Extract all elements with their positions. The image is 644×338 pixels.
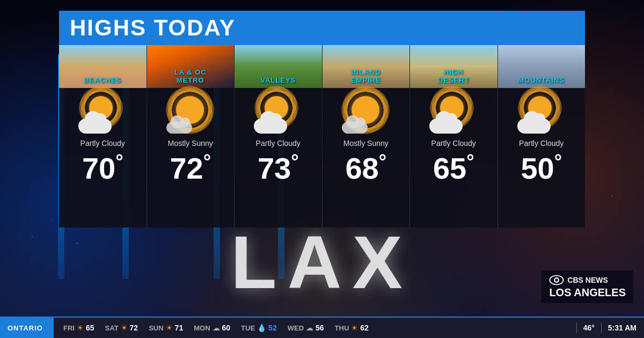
cloud-body-valleys xyxy=(254,119,287,134)
temp-unit-valleys: ° xyxy=(291,150,298,172)
cloud-icon-mountains xyxy=(517,119,551,134)
cbs-eye-icon xyxy=(549,275,564,285)
temp-unit-mountains: ° xyxy=(554,150,562,172)
weather-icon-valleys xyxy=(254,96,302,134)
region-header-mountains: MOUNTAINS xyxy=(498,45,586,88)
weather-icon-inland-empire xyxy=(342,96,390,134)
ticker-day-icon-wed: ☁ xyxy=(306,324,313,332)
region-data-mountains: Partly Cloudy 50° xyxy=(498,88,586,227)
region-col-valleys: VALLEYS Partly Cloudy 73° xyxy=(235,45,323,227)
cloud-body-la-oc-metro xyxy=(166,122,192,134)
ticker-day-mon: MON ☁ 60 xyxy=(188,324,236,332)
ticker-day-icon-tue: 💧 xyxy=(257,324,266,332)
cloud-body-beaches xyxy=(78,119,112,134)
region-header-la-oc-metro: LA & OCMETRO xyxy=(147,45,235,88)
ticker-day-name-sun: SUN xyxy=(149,324,163,332)
ticker-day-icon-mon: ☁ xyxy=(213,324,220,332)
condition-text-valleys: Partly Cloudy xyxy=(256,139,301,148)
region-name-valleys: VALLEYS xyxy=(260,76,296,85)
cbs-logo: CBS NEWS LOS ANGELES xyxy=(541,270,633,303)
lax-letters: LAX xyxy=(231,219,413,306)
region-data-beaches: Partly Cloudy 70° xyxy=(59,88,147,227)
cloud-icon-inland-empire xyxy=(342,122,368,134)
temp-unit-inland-empire: ° xyxy=(379,150,386,172)
ticker-day-temp-mon: 60 xyxy=(222,324,231,332)
weather-icon-high-desert xyxy=(429,96,478,134)
region-data-la-oc-metro: Mostly Sunny 72° xyxy=(147,88,235,227)
ticker-day-icon-sun: ☀ xyxy=(166,324,173,332)
temp-unit-la-oc-metro: ° xyxy=(203,150,211,172)
regions-container: BEACHES Partly Cloudy 70° LA & OCMETRO xyxy=(59,45,585,227)
condition-text-high-desert: Partly Cloudy xyxy=(431,139,476,148)
bottom-ticker: ONTARIO FRI ☀ 65 SAT ☀ 72 SUN ☀ 71 MON ☁… xyxy=(0,317,644,338)
ticker-day-tue: TUE 💧 52 xyxy=(236,324,282,332)
ticker-day-name-mon: MON xyxy=(194,324,210,332)
region-col-mountains: MOUNTAINS Partly Cloudy 50° xyxy=(498,45,586,227)
cloud-icon-valleys xyxy=(254,119,287,134)
page-title: HIGHS TODAY xyxy=(70,15,574,41)
cbs-eye-container: CBS NEWS xyxy=(549,275,626,285)
cloud-body-inland-empire xyxy=(342,122,368,134)
weather-icon-mountains xyxy=(517,96,566,134)
region-col-inland-empire: INLANDEMPIRE Mostly Sunny 68° xyxy=(323,45,411,227)
ticker-day-name-tue: TUE xyxy=(241,324,255,332)
ticker-days: FRI ☀ 65 SAT ☀ 72 SUN ☀ 71 MON ☁ 60 TUE … xyxy=(54,324,576,332)
svg-point-2 xyxy=(555,278,559,282)
temp-text-la-oc-metro: 72° xyxy=(170,152,211,183)
ticker-right: 46° 5:31 AM xyxy=(576,322,644,333)
weather-icon-beaches xyxy=(78,96,127,134)
title-bar: HIGHS TODAY xyxy=(59,11,585,45)
ticker-day-name-thu: THU xyxy=(335,324,349,332)
ticker-day-temp-thu: 62 xyxy=(360,324,369,332)
region-header-high-desert: HIGHDESERT xyxy=(410,45,497,88)
region-name-mountains: MOUNTAINS xyxy=(518,76,565,85)
ticker-divider-1 xyxy=(576,322,577,333)
ticker-divider-2 xyxy=(601,322,602,333)
ticker-day-name-sat: SAT xyxy=(105,324,119,332)
region-header-valleys: VALLEYS xyxy=(235,45,322,88)
ticker-day-temp-tue: 52 xyxy=(268,324,277,332)
region-col-beaches: BEACHES Partly Cloudy 70° xyxy=(59,45,147,227)
temp-text-mountains: 50° xyxy=(521,152,562,183)
ticker-day-icon-fri: ☀ xyxy=(77,324,84,332)
condition-text-la-oc-metro: Mostly Sunny xyxy=(168,139,213,148)
region-header-beaches: BEACHES xyxy=(59,45,147,88)
ticker-location: ONTARIO xyxy=(0,318,54,338)
region-header-inland-empire: INLANDEMPIRE xyxy=(323,45,410,88)
condition-text-inland-empire: Mostly Sunny xyxy=(343,139,389,148)
temp-unit-beaches: ° xyxy=(115,150,123,172)
ticker-day-temp-sat: 72 xyxy=(130,324,138,332)
ticker-day-name-fri: FRI xyxy=(63,324,75,332)
region-name-inland-empire: INLANDEMPIRE xyxy=(351,68,381,85)
region-col-la-oc-metro: LA & OCMETRO Mostly Sunny 72° xyxy=(147,45,235,227)
weather-icon-la-oc-metro xyxy=(166,96,215,134)
region-name-high-desert: HIGHDESERT xyxy=(438,68,470,85)
weather-overlay: HIGHS TODAY BEACHES Partly Cloudy 70° LA… xyxy=(59,11,585,227)
ticker-day-wed: WED ☁ 56 xyxy=(282,324,330,332)
cloud-body-high-desert xyxy=(429,119,463,134)
cloud-icon-la-oc-metro xyxy=(166,122,192,134)
ticker-day-thu: THU ☀ 62 xyxy=(330,324,374,332)
ticker-day-icon-sat: ☀ xyxy=(121,324,128,332)
ticker-day-fri: FRI ☀ 65 xyxy=(58,324,100,332)
region-col-high-desert: HIGHDESERT Partly Cloudy 65° xyxy=(410,45,498,227)
cloud-icon-high-desert xyxy=(429,119,463,134)
ticker-time: 5:31 AM xyxy=(608,324,636,332)
temp-text-valleys: 73° xyxy=(258,152,299,183)
region-data-inland-empire: Mostly Sunny 68° xyxy=(323,88,410,227)
ticker-day-sat: SAT ☀ 72 xyxy=(100,324,144,332)
region-name-beaches: BEACHES xyxy=(84,76,122,85)
condition-text-beaches: Partly Cloudy xyxy=(80,139,125,148)
ticker-day-temp-fri: 65 xyxy=(86,324,94,332)
ticker-day-sun: SUN ☀ 71 xyxy=(143,324,188,332)
ticker-current-temp: 46° xyxy=(583,324,595,332)
temp-text-beaches: 70° xyxy=(82,152,123,183)
cbs-news-label: CBS NEWS xyxy=(567,276,608,284)
cloud-icon-beaches xyxy=(78,119,112,134)
ticker-day-icon-thu: ☀ xyxy=(351,324,358,332)
region-name-la-oc-metro: LA & OCMETRO xyxy=(174,68,207,85)
ticker-day-name-wed: WED xyxy=(288,324,304,332)
ticker-day-temp-wed: 56 xyxy=(316,324,324,332)
temp-text-high-desert: 65° xyxy=(433,152,474,183)
ticker-day-temp-sun: 71 xyxy=(175,324,184,332)
